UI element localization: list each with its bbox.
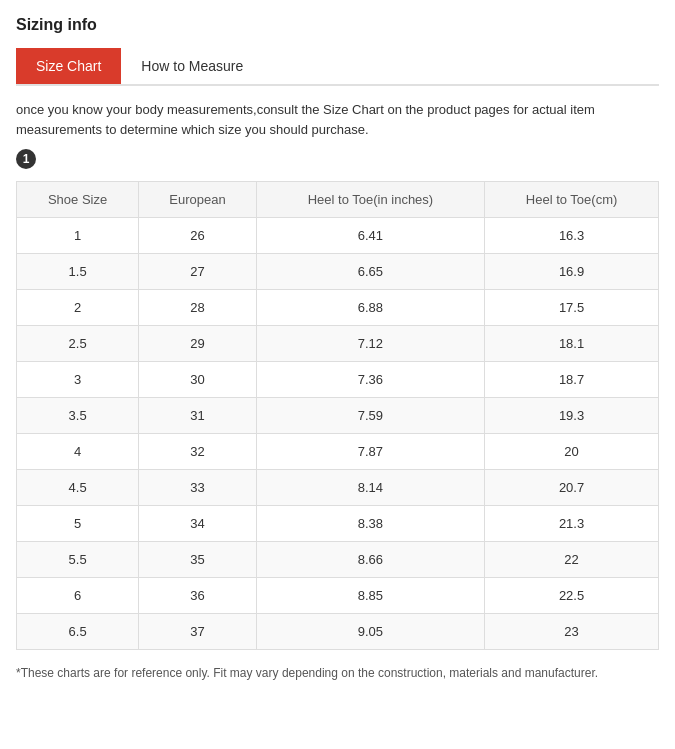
table-cell: 8.38 — [256, 506, 484, 542]
table-cell: 27 — [139, 254, 257, 290]
table-cell: 16.9 — [485, 254, 659, 290]
table-cell: 17.5 — [485, 290, 659, 326]
table-cell: 34 — [139, 506, 257, 542]
table-cell: 8.66 — [256, 542, 484, 578]
step-badge: 1 — [16, 149, 36, 169]
table-row: 3307.3618.7 — [17, 362, 659, 398]
table-cell: 5.5 — [17, 542, 139, 578]
tab-how-to-measure[interactable]: How to Measure — [121, 48, 263, 84]
table-cell: 18.1 — [485, 326, 659, 362]
table-cell: 2 — [17, 290, 139, 326]
table-row: 1266.4116.3 — [17, 218, 659, 254]
col-header-shoe-size: Shoe Size — [17, 182, 139, 218]
col-header-european: European — [139, 182, 257, 218]
table-cell: 35 — [139, 542, 257, 578]
table-cell: 3 — [17, 362, 139, 398]
table-cell: 6.41 — [256, 218, 484, 254]
table-cell: 9.05 — [256, 614, 484, 650]
table-cell: 22.5 — [485, 578, 659, 614]
table-cell: 4 — [17, 434, 139, 470]
table-cell: 29 — [139, 326, 257, 362]
table-cell: 22 — [485, 542, 659, 578]
table-cell: 7.59 — [256, 398, 484, 434]
table-row: 6368.8522.5 — [17, 578, 659, 614]
table-cell: 4.5 — [17, 470, 139, 506]
table-cell: 7.12 — [256, 326, 484, 362]
table-row: 5.5358.6622 — [17, 542, 659, 578]
table-cell: 8.85 — [256, 578, 484, 614]
table-cell: 21.3 — [485, 506, 659, 542]
table-cell: 26 — [139, 218, 257, 254]
table-cell: 28 — [139, 290, 257, 326]
table-cell: 30 — [139, 362, 257, 398]
table-cell: 18.7 — [485, 362, 659, 398]
page-wrapper: Sizing info Size Chart How to Measure on… — [0, 0, 675, 698]
tab-size-chart[interactable]: Size Chart — [16, 48, 121, 84]
table-cell: 6.5 — [17, 614, 139, 650]
col-header-heel-to-toe-in: Heel to Toe(in inches) — [256, 182, 484, 218]
table-cell: 23 — [485, 614, 659, 650]
table-cell: 5 — [17, 506, 139, 542]
table-cell: 31 — [139, 398, 257, 434]
description-text: once you know your body measurements,con… — [16, 100, 659, 139]
table-header-row: Shoe Size European Heel to Toe(in inches… — [17, 182, 659, 218]
table-cell: 7.36 — [256, 362, 484, 398]
table-cell: 1.5 — [17, 254, 139, 290]
table-cell: 2.5 — [17, 326, 139, 362]
table-cell: 36 — [139, 578, 257, 614]
table-cell: 37 — [139, 614, 257, 650]
table-cell: 6.88 — [256, 290, 484, 326]
tabs-container: Size Chart How to Measure — [16, 48, 659, 86]
table-cell: 6 — [17, 578, 139, 614]
table-cell: 7.87 — [256, 434, 484, 470]
table-cell: 33 — [139, 470, 257, 506]
table-cell: 3.5 — [17, 398, 139, 434]
table-cell: 20 — [485, 434, 659, 470]
size-table: Shoe Size European Heel to Toe(in inches… — [16, 181, 659, 650]
table-cell: 32 — [139, 434, 257, 470]
table-row: 1.5276.6516.9 — [17, 254, 659, 290]
table-cell: 19.3 — [485, 398, 659, 434]
table-row: 4327.8720 — [17, 434, 659, 470]
table-row: 3.5317.5919.3 — [17, 398, 659, 434]
col-header-heel-to-toe-cm: Heel to Toe(cm) — [485, 182, 659, 218]
table-row: 4.5338.1420.7 — [17, 470, 659, 506]
footnote: *These charts are for reference only. Fi… — [16, 664, 659, 682]
table-row: 5348.3821.3 — [17, 506, 659, 542]
table-cell: 16.3 — [485, 218, 659, 254]
table-row: 6.5379.0523 — [17, 614, 659, 650]
table-row: 2.5297.1218.1 — [17, 326, 659, 362]
page-title: Sizing info — [16, 16, 659, 34]
table-cell: 8.14 — [256, 470, 484, 506]
table-cell: 1 — [17, 218, 139, 254]
table-cell: 6.65 — [256, 254, 484, 290]
table-cell: 20.7 — [485, 470, 659, 506]
table-row: 2286.8817.5 — [17, 290, 659, 326]
